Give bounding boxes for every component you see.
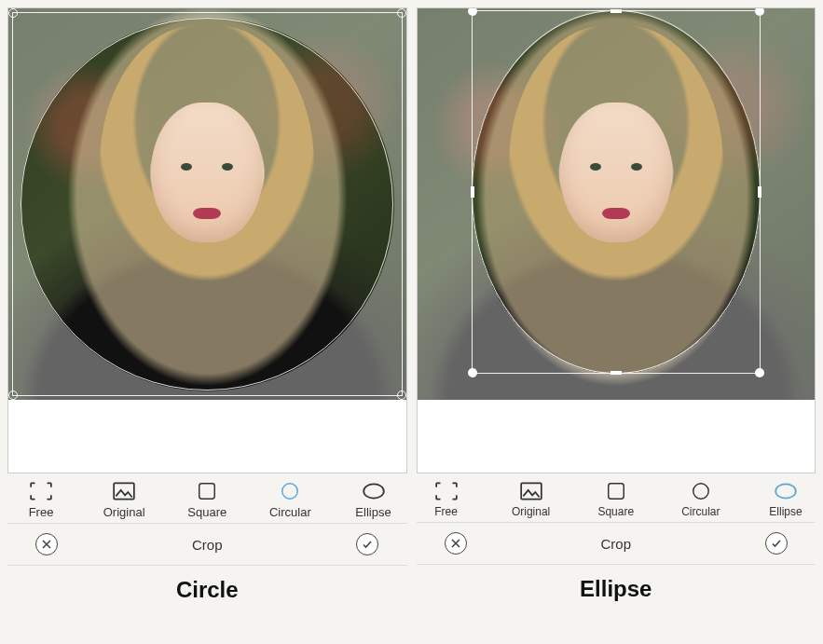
free-crop-icon (433, 481, 460, 501)
option-label: Free (434, 505, 458, 518)
option-original[interactable]: Original (507, 481, 556, 518)
photo-preview (8, 8, 406, 400)
option-circular[interactable]: Circular (262, 481, 318, 519)
option-label: Circular (681, 505, 720, 518)
svg-point-7 (775, 484, 796, 498)
square-icon (603, 481, 629, 501)
option-label: Ellipse (769, 505, 802, 518)
svg-point-6 (693, 484, 709, 500)
free-crop-icon (28, 481, 54, 501)
option-free[interactable]: Free (422, 481, 471, 518)
option-label: Square (187, 505, 226, 519)
svg-rect-1 (199, 484, 215, 500)
check-icon (771, 538, 782, 549)
svg-point-3 (363, 484, 384, 498)
circle-icon (277, 481, 303, 501)
option-label: Original (103, 505, 145, 519)
crop-shape-options: Free Original Square (417, 473, 816, 523)
option-ellipse[interactable]: Ellipse (761, 481, 810, 518)
cancel-button[interactable] (35, 533, 58, 555)
resize-handle-bottom-right[interactable] (755, 368, 764, 377)
resize-handle-right[interactable] (758, 186, 761, 198)
cancel-button[interactable] (445, 532, 467, 555)
confirm-button[interactable] (356, 533, 378, 555)
crop-label: Crop (192, 537, 223, 553)
option-free[interactable]: Free (13, 481, 69, 519)
check-icon (362, 539, 373, 550)
resize-handle-bottom[interactable] (610, 371, 622, 375)
resize-handle-top-left[interactable] (468, 7, 477, 16)
option-original[interactable]: Original (96, 481, 152, 519)
crop-action-row: Crop (7, 524, 407, 566)
ellipse-icon (773, 481, 799, 501)
confirm-button[interactable] (765, 532, 788, 555)
original-icon (111, 481, 137, 501)
crop-bounding-box[interactable] (12, 12, 403, 396)
option-square[interactable]: Square (592, 481, 640, 518)
close-icon (41, 539, 52, 550)
option-label: Square (597, 505, 634, 518)
resize-handle-bottom-left[interactable] (8, 391, 18, 400)
svg-rect-5 (609, 484, 624, 500)
option-circular[interactable]: Circular (677, 481, 725, 518)
resize-handle-bottom-left[interactable] (468, 368, 477, 377)
close-icon (450, 538, 461, 549)
crop-bounding-box[interactable] (472, 10, 761, 374)
option-square[interactable]: Square (179, 481, 235, 519)
resize-handle-top-right[interactable] (397, 8, 406, 18)
editor-panel-ellipse: Free Original Square (417, 7, 816, 637)
image-canvas[interactable] (417, 7, 816, 473)
circle-icon (688, 481, 714, 501)
resize-handle-left[interactable] (471, 186, 474, 198)
crop-label: Crop (600, 536, 631, 552)
square-icon (194, 481, 220, 501)
ellipse-icon (361, 481, 387, 501)
option-label: Original (512, 505, 550, 518)
option-ellipse[interactable]: Ellipse (346, 481, 402, 519)
crop-shape-options: Free Original Square (7, 473, 407, 524)
editor-panel-circle: Free Original Square (7, 7, 407, 637)
option-label: Ellipse (355, 505, 391, 519)
original-icon (518, 481, 544, 501)
option-label: Circular (269, 505, 311, 519)
option-label: Free (29, 505, 54, 519)
resize-handle-top[interactable] (610, 9, 622, 13)
svg-point-2 (282, 484, 298, 500)
panel-caption: Circle (7, 566, 407, 603)
photo-preview (418, 8, 816, 400)
panel-caption: Ellipse (417, 565, 816, 602)
crop-action-row: Crop (417, 523, 816, 565)
resize-handle-top-left[interactable] (8, 8, 18, 18)
resize-handle-bottom-right[interactable] (397, 391, 406, 400)
image-canvas[interactable] (7, 7, 407, 473)
